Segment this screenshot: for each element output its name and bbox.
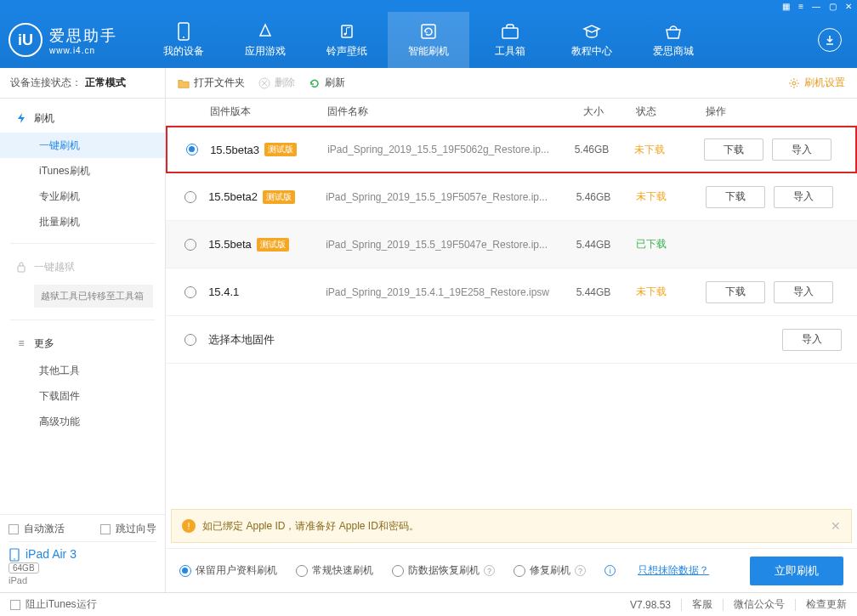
toolbar-refresh[interactable]: 刷新 xyxy=(309,76,345,90)
col-version: 固件版本 xyxy=(166,105,327,119)
warning-icon: ! xyxy=(182,519,196,533)
warning-bar: ! 如已绑定 Apple ID，请准备好 Apple ID和密码。 ✕ xyxy=(171,509,852,543)
radio-firmware[interactable] xyxy=(184,239,196,251)
toolbar-settings[interactable]: 刷机设置 xyxy=(788,76,845,90)
checkbox-auto-activate[interactable] xyxy=(9,524,19,534)
sidebar-item-pro[interactable]: 专业刷机 xyxy=(0,184,165,209)
titlebar: ▦ ≡ — ▢ ✕ xyxy=(0,0,857,12)
table-row[interactable]: 15.5beta3测试版iPad_Spring_2019_15.5_19F506… xyxy=(166,126,857,173)
titlebar-menu-icon[interactable]: ≡ xyxy=(798,2,803,11)
beta-tag: 测试版 xyxy=(263,190,295,204)
topnav-flash[interactable]: 智能刷机 xyxy=(388,12,469,68)
firmware-version: 15.5beta xyxy=(208,238,252,251)
help-icon[interactable]: ? xyxy=(484,565,495,576)
sidebar-item-download[interactable]: 下载固件 xyxy=(0,383,165,409)
close-icon[interactable]: ✕ xyxy=(831,519,841,533)
radio-local[interactable] xyxy=(184,334,196,346)
firmware-version: 15.5beta3 xyxy=(210,144,259,156)
titlebar-minimize-icon[interactable]: — xyxy=(812,2,820,11)
firmware-name: iPad_Spring_2019_15.5_19F5062g_Restore.i… xyxy=(327,144,558,155)
col-status: 状态 xyxy=(627,105,695,119)
device-type: iPad xyxy=(9,575,156,585)
help-icon[interactable]: ? xyxy=(575,565,586,576)
sidebar-item-advanced[interactable]: 高级功能 xyxy=(0,409,165,434)
download-button[interactable]: 下载 xyxy=(704,138,763,161)
firmware-version: 15.4.1 xyxy=(208,285,239,298)
topnav-tutorial[interactable]: 教程中心 xyxy=(551,12,633,68)
mode-normal[interactable]: 常规快速刷机 xyxy=(296,563,373,578)
local-import-button[interactable]: 导入 xyxy=(782,329,842,351)
folder-icon xyxy=(178,77,190,89)
beta-tag: 测试版 xyxy=(257,238,289,251)
topnav-apps[interactable]: 应用游戏 xyxy=(224,12,306,68)
download-manager-icon[interactable] xyxy=(818,28,842,52)
download-button[interactable]: 下载 xyxy=(706,281,765,303)
flash-now-button[interactable]: 立即刷机 xyxy=(750,557,843,585)
connection-status: 设备连接状态：正常模式 xyxy=(0,68,165,99)
topnav-toolbox[interactable]: 工具箱 xyxy=(469,12,551,68)
toolbox-icon xyxy=(501,22,519,41)
device-capacity: 64GB xyxy=(9,562,39,574)
table-row[interactable]: 15.4.1iPad_Spring_2019_15.4.1_19E258_Res… xyxy=(166,268,857,316)
info-icon[interactable]: i xyxy=(604,565,616,576)
download-button[interactable]: 下载 xyxy=(706,186,765,208)
topnav-ringtone[interactable]: 铃声壁纸 xyxy=(306,12,388,68)
sidebar-head-more[interactable]: ≡ 更多 xyxy=(0,329,165,358)
music-icon xyxy=(338,22,356,41)
firmware-status: 已下载 xyxy=(627,237,695,251)
topnav: 我的设备 应用游戏 铃声壁纸 智能刷机 工具箱 教程中心 爱思商城 xyxy=(143,12,818,68)
col-size: 大小 xyxy=(559,105,627,119)
titlebar-grid-icon[interactable]: ▦ xyxy=(782,2,790,11)
toolbar-delete: 删除 xyxy=(258,76,295,90)
mode-anti-recovery[interactable]: 防数据恢复刷机? xyxy=(392,563,495,578)
checkbox-skip-guide[interactable] xyxy=(100,524,111,534)
logo: iU 爱思助手 www.i4.cn xyxy=(9,23,117,57)
titlebar-close-icon[interactable]: ✕ xyxy=(845,2,852,11)
table-row[interactable]: 15.5beta测试版iPad_Spring_2019_15.5_19F5047… xyxy=(166,221,857,268)
firmware-version: 15.5beta2 xyxy=(208,190,258,203)
radio-firmware[interactable] xyxy=(186,144,198,155)
table-row[interactable]: 15.5beta2测试版iPad_Spring_2019_15.5_19F505… xyxy=(166,173,857,221)
delete-icon xyxy=(258,77,270,89)
firmware-size: 5.44GB xyxy=(559,286,627,298)
import-button[interactable]: 导入 xyxy=(774,186,833,208)
device-name[interactable]: iPad Air 3 xyxy=(9,547,156,561)
mode-keep-data[interactable]: 保留用户资料刷机 xyxy=(179,563,277,578)
sidebar-head-flash[interactable]: 刷机 xyxy=(0,104,165,133)
block-itunes-label: 阻止iTunes运行 xyxy=(26,597,97,612)
radio-firmware[interactable] xyxy=(184,191,196,203)
beta-tag: 测试版 xyxy=(264,143,297,156)
sidebar-item-itunes[interactable]: iTunes刷机 xyxy=(0,158,165,184)
titlebar-maximize-icon[interactable]: ▢ xyxy=(829,2,837,11)
support-link[interactable]: 客服 xyxy=(692,597,712,612)
radio-firmware[interactable] xyxy=(184,286,196,298)
store-icon xyxy=(664,22,683,41)
firmware-size: 5.46GB xyxy=(559,191,627,203)
firmware-rows: 15.5beta3测试版iPad_Spring_2019_15.5_19F506… xyxy=(166,126,857,316)
checkbox-block-itunes[interactable] xyxy=(10,600,20,610)
wechat-link[interactable]: 微信公众号 xyxy=(734,597,785,612)
toolbar-open-folder[interactable]: 打开文件夹 xyxy=(178,76,245,90)
logo-icon: iU xyxy=(9,23,43,57)
logo-url: www.i4.cn xyxy=(49,46,117,55)
menu-icon: ≡ xyxy=(15,337,27,349)
svg-rect-4 xyxy=(422,25,435,38)
import-button[interactable]: 导入 xyxy=(772,138,831,161)
col-name: 固件名称 xyxy=(327,105,559,119)
local-firmware-row[interactable]: 选择本地固件 导入 xyxy=(166,316,857,364)
sidebar-item-other[interactable]: 其他工具 xyxy=(0,358,165,383)
topnav-store[interactable]: 爱思商城 xyxy=(633,12,714,68)
sidebar-item-oneclick[interactable]: 一键刷机 xyxy=(0,133,165,158)
tablet-icon xyxy=(9,548,20,560)
sidebar-item-batch[interactable]: 批量刷机 xyxy=(0,209,165,235)
topnav-my-device[interactable]: 我的设备 xyxy=(143,12,224,68)
gear-icon xyxy=(788,77,800,89)
erase-link[interactable]: 只想抹除数据？ xyxy=(638,563,709,578)
logo-title: 爱思助手 xyxy=(49,25,117,46)
mode-repair[interactable]: 修复刷机? xyxy=(514,563,586,578)
phone-icon xyxy=(174,22,193,41)
firmware-status: 未下载 xyxy=(627,285,695,299)
check-update-link[interactable]: 检查更新 xyxy=(806,597,847,612)
import-button[interactable]: 导入 xyxy=(774,281,833,303)
table-header: 固件版本 固件名称 大小 状态 操作 xyxy=(166,99,857,126)
